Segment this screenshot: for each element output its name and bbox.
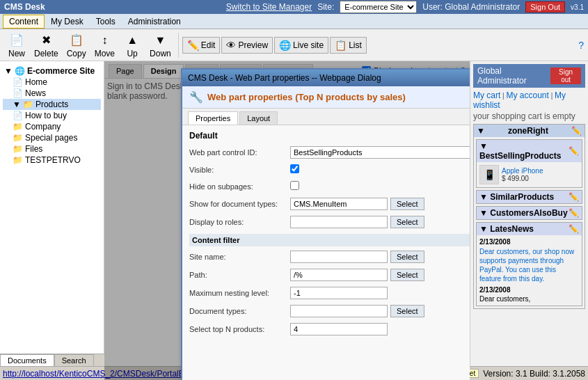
dialog-header: 🔧 Web part properties (Top N products by… (182, 86, 470, 109)
webpart-icon: 🔧 (189, 90, 203, 104)
sidebar-item-news[interactable]: 📄 News (3, 88, 101, 99)
right-panel: Global Administrator Sign out My cart | … (470, 61, 588, 380)
top-n-input[interactable] (290, 323, 388, 335)
site-name-input[interactable] (290, 251, 388, 263)
visible-checkbox[interactable] (290, 164, 299, 173)
form-row-top-n: Select top N products: (189, 323, 470, 335)
zone-right-title: ▼ zoneRight ✏️ (474, 125, 585, 137)
delete-button[interactable]: ✖ Delete (31, 30, 62, 61)
show-doc-types-select-button[interactable]: Select (390, 198, 424, 210)
folder-icon-test: 📁 (13, 155, 23, 165)
visible-control (290, 164, 470, 175)
sidebar-item-special[interactable]: 📁 Special pages (3, 132, 101, 143)
product-info: Apple iPhone $ 499.00 (502, 167, 543, 182)
up-button[interactable]: ▲ Up (120, 30, 145, 61)
similar-edit-icon[interactable]: ✏️ (569, 192, 579, 202)
top-bar: CMS Desk Switch to Site Manager Site: E-… (0, 0, 588, 14)
customers-edit-icon[interactable]: ✏️ (569, 208, 579, 218)
site-name-select-button[interactable]: Select (390, 251, 424, 263)
preview-button[interactable]: 👁 Preview (221, 37, 273, 54)
menu-administration[interactable]: Administration (122, 15, 187, 29)
copy-icon: 📋 (68, 32, 85, 49)
menu-tools[interactable]: Tools (90, 15, 122, 29)
copy-button[interactable]: 📋 Copy (63, 30, 90, 61)
visible-label: Visible: (189, 166, 290, 174)
help-icon[interactable]: ? (578, 40, 584, 51)
search-tab[interactable]: Search (54, 354, 94, 366)
down-button[interactable]: ▼ Down (146, 30, 175, 61)
user-label: User: Global Administrator (422, 2, 520, 12)
doc-types-control: Select (290, 305, 470, 317)
news-item-2: 2/13/2008 Dear customers, (479, 286, 579, 303)
move-button[interactable]: ↕ Move (91, 30, 118, 61)
similar-products-part: ▼ SimilarProducts ✏️ (476, 190, 582, 204)
sidebar-item-home[interactable]: 📄 Home (3, 77, 101, 88)
sidebar-item-how-to-buy[interactable]: 📄 How to buy (3, 110, 101, 121)
site-name-label: Site name: (189, 253, 290, 261)
form-row-control-id: Web part control ID: (189, 146, 470, 159)
product-item: 📱 Apple iPhone $ 499.00 (479, 165, 579, 184)
form-row-doc-types: Document types: Select (189, 305, 470, 317)
list-button[interactable]: 📋 List (330, 37, 367, 54)
lates-news-body: 2/13/2008 Dear customers, our shop now s… (477, 235, 582, 306)
edit-button[interactable]: ✏️ Edit (182, 37, 221, 54)
sidebar-item-company[interactable]: 📁 Company (3, 121, 101, 132)
top-n-control (290, 323, 470, 335)
page-icon-news: 📄 (13, 88, 23, 98)
form-row-display-roles: Display to roles: Select (189, 216, 470, 228)
sidebar-item-products[interactable]: ▼ 📁 Products (3, 99, 101, 110)
product-name[interactable]: Apple iPhone (502, 167, 543, 175)
account-link[interactable]: My account (507, 90, 549, 100)
site-selector[interactable]: E-commerce Site (340, 1, 417, 13)
documents-tab[interactable]: Documents (0, 354, 54, 366)
version-label: v3.1 (571, 3, 584, 11)
control-id-input[interactable] (290, 146, 470, 159)
switch-to-site-manager[interactable]: Switch to Site Manager (226, 2, 312, 12)
hide-subpages-control (290, 181, 470, 192)
best-selling-edit-icon[interactable]: ✏️ (569, 146, 579, 156)
doc-types-input[interactable] (290, 305, 388, 317)
folder-icon-special: 📁 (13, 133, 23, 143)
site-label: Site: (317, 2, 334, 12)
path-select-button[interactable]: Select (390, 269, 424, 281)
path-input[interactable] (290, 269, 388, 281)
zone-edit-icon[interactable]: ✏️ (571, 126, 582, 136)
menu-content[interactable]: Content (3, 15, 45, 29)
best-selling-part: ▼ BestSellingProducts ✏️ 📱 Apple iPhone … (476, 139, 582, 188)
folder-icon-company: 📁 (13, 122, 23, 132)
news-text-1[interactable]: Dear customers, our shop now supports pa… (479, 247, 579, 283)
control-id-control (290, 146, 470, 159)
news-date-1: 2/13/2008 (479, 238, 579, 246)
display-roles-select-button[interactable]: Select (390, 216, 424, 228)
signout-button[interactable]: Sign Out (525, 1, 565, 13)
sidebar-item-testpetrvo[interactable]: 📁 TESTPETRVO (3, 155, 101, 166)
doc-types-select-button[interactable]: Select (390, 305, 424, 317)
preview-icon: 👁 (226, 40, 236, 51)
dialog-tab-layout[interactable]: Layout (239, 111, 278, 125)
new-button[interactable]: 📄 New (4, 30, 29, 61)
live-site-button[interactable]: 🌐 Live site (274, 37, 328, 54)
max-nesting-label: Maximum nesting level: (189, 289, 290, 297)
expand-icon: ▼ (4, 66, 13, 76)
site-name-control: Select (290, 251, 470, 263)
customers-also-buy-title: ▼ CustomersAlsoBuy ✏️ (477, 207, 582, 219)
display-roles-input[interactable] (290, 216, 388, 228)
menu-my-desk[interactable]: My Desk (45, 15, 90, 29)
lates-news-edit-icon[interactable]: ✏️ (569, 224, 579, 234)
sidebar-item-files[interactable]: 📁 Files (3, 143, 101, 155)
hide-subpages-checkbox[interactable] (290, 181, 299, 190)
show-doc-types-input[interactable] (290, 198, 388, 210)
dialog-body: Default Web part control ID: Visible: (182, 125, 470, 380)
max-nesting-input[interactable] (290, 287, 388, 299)
max-nesting-control (290, 287, 470, 299)
cart-link[interactable]: My cart (473, 90, 500, 100)
folder-icon-products: 📁 (23, 100, 33, 109)
right-panel-inner: Global Administrator Sign out My cart | … (470, 61, 588, 315)
form-row-max-nesting: Maximum nesting level: (189, 287, 470, 299)
dialog-tab-properties[interactable]: Properties (188, 111, 238, 125)
doc-types-label: Document types: (189, 307, 290, 315)
sidebar-item-ecommerce[interactable]: ▼ 🌐 E-commerce Site (3, 65, 101, 77)
delete-icon: ✖ (38, 32, 54, 49)
phone-icon: 📱 (484, 169, 495, 180)
right-panel-signout[interactable]: Sign out (550, 68, 581, 84)
